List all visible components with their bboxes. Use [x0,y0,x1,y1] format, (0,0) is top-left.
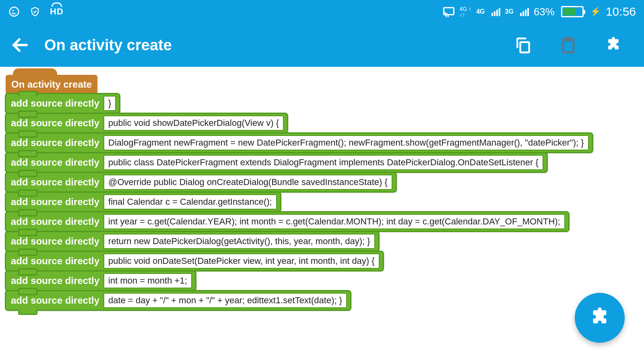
source-code-input[interactable]: date = day + "/" + mon + "/" + year; edi… [103,293,347,308]
source-block[interactable]: add source directly@Override public Dial… [5,172,397,193]
app-actions [513,35,636,56]
source-block-label: add source directly [9,195,103,209]
svg-rect-1 [444,8,454,15]
source-block[interactable]: add source directlypublic void onDateSet… [5,251,384,272]
source-block[interactable]: add source directlyDialogFragment newFra… [5,132,593,153]
signal-3g-icon [520,7,529,16]
page-title: On activity create [44,37,501,54]
source-code-input[interactable]: return new DatePickerDialog(getActivity(… [103,234,375,249]
source-block[interactable]: add source directlyreturn new DatePicker… [5,231,380,252]
charging-icon: ⚡ [590,6,601,17]
hat-label: On activity create [11,79,92,90]
block-canvas[interactable]: On activity create add source directly}a… [0,67,644,362]
svg-rect-2 [520,42,529,53]
source-block-label: add source directly [9,274,103,288]
source-code-input[interactable]: public void showDatePickerDialog(View v)… [103,115,284,131]
block-stack: add source directly}add source directlyp… [5,94,639,311]
shield-icon [29,6,41,18]
status-right: 4G ↑↓↑ 4G 3G 63% ⚡ 10:56 [443,5,636,19]
source-code-input[interactable]: int mon = month +1; [103,273,192,288]
source-block-label: add source directly [9,96,103,111]
svg-point-0 [10,7,19,16]
cast-icon [443,6,455,18]
source-block-label: add source directly [9,155,103,170]
net-3g-label: 3G [505,8,514,15]
source-block-label: add source directly [9,214,103,229]
app-bar: On activity create [0,23,644,67]
battery-icon [561,6,584,17]
source-block-label: add source directly [9,116,103,130]
source-code-input[interactable]: public void onDateSet(DatePicker view, i… [103,253,380,269]
source-block-label: add source directly [9,254,103,268]
source-block[interactable]: add source directlydate = day + "/" + mo… [5,290,351,311]
source-block[interactable]: add source directlyint year = c.get(Cale… [5,211,570,232]
hd-icon: HD [50,6,64,17]
source-code-input[interactable]: final Calendar c = Calendar.getInstance(… [103,194,277,210]
source-code-input[interactable]: } [103,96,116,111]
battery-pct: 63% [534,6,555,18]
source-block[interactable]: add source directlyfinal Calendar c = Ca… [5,191,281,212]
data-arrows-icon: 4G ↑↓↑ [460,6,472,17]
source-block-label: add source directly [9,293,103,308]
signal-4g-icon [491,7,500,16]
source-code-input[interactable]: DialogFragment newFragment = new DatePic… [103,135,588,150]
copy-button[interactable] [513,35,534,56]
back-button[interactable] [8,33,32,57]
source-block[interactable]: add source directlypublic void showDateP… [5,113,288,134]
source-block-label: add source directly [9,136,103,150]
paste-button[interactable] [558,35,579,56]
source-block-label: add source directly [9,234,103,249]
status-left: HD [8,6,64,18]
source-block[interactable]: add source directlypublic class DatePick… [5,152,548,173]
whatsapp-icon [8,6,20,18]
source-code-input[interactable]: int year = c.get(Calendar.YEAR); int mon… [103,214,565,229]
source-code-input[interactable]: public class DatePickerFragment extends … [103,155,543,170]
source-block-label: add source directly [9,175,103,189]
status-time: 10:56 [606,5,636,19]
add-block-fab[interactable] [575,293,625,343]
source-code-input[interactable]: @Override public Dialog onCreateDialog(B… [103,175,392,190]
puzzle-button[interactable] [603,35,624,56]
status-bar: HD 4G ↑↓↑ 4G 3G 63% ⚡ 10:56 [0,0,644,23]
net-4g-label: 4G [476,8,485,15]
